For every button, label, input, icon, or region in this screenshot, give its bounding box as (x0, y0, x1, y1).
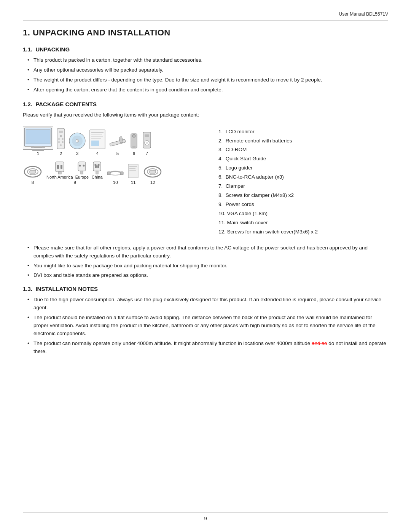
package-contents-area: 1 2 (23, 126, 388, 237)
section-1-2-title: 1.2. PACKAGE CONTENTS (23, 101, 388, 107)
svg-rect-28 (145, 134, 149, 137)
item-num-4: 4 (96, 151, 99, 156)
package-images: 1 2 (23, 126, 206, 185)
strikethrough-text: and so (312, 340, 327, 346)
page: User Manual BDL5571V 1. UNPACKING AND IN… (0, 0, 411, 532)
svg-rect-46 (107, 172, 110, 175)
section-1-2-after-bullets: Please make sure that for all other regi… (27, 244, 388, 280)
package-numbered-list: 1. LCD monitor 2. Remote control with ba… (217, 128, 388, 236)
svg-rect-43 (96, 171, 98, 174)
svg-point-30 (146, 142, 148, 144)
item-num-5: 5 (116, 151, 119, 156)
list-item: 4. Quick Start Guide (217, 155, 388, 163)
list-item: 12. Screws for main switch cover(M3x6) x… (217, 228, 388, 236)
list-item: The product can normally operate only un… (27, 340, 388, 356)
list-item: Due to the high power consumption, alway… (27, 296, 388, 312)
item-num-1: 1 (37, 151, 39, 156)
manual-ref: User Manual BDL5571V (339, 11, 388, 17)
item-num-7: 7 (146, 151, 148, 156)
list-item: 6. BNC-to-RCA adapter (x3) (217, 173, 388, 181)
svg-rect-5 (59, 131, 63, 133)
list-item: 9. Power cords (217, 201, 388, 209)
svg-rect-20 (91, 138, 101, 139)
item-num-2: 2 (60, 151, 62, 156)
footer-rule (23, 513, 388, 513)
list-item: You might like to save the package box a… (27, 262, 388, 270)
item-7-clamper: 7 (142, 131, 152, 156)
svg-point-40 (79, 165, 81, 166)
svg-point-8 (62, 138, 64, 140)
svg-point-7 (58, 138, 60, 140)
images-row1: 1 2 (23, 126, 206, 157)
item-2-remote: 2 (56, 128, 65, 156)
item-8-powercord: 8 (23, 165, 43, 185)
svg-rect-36 (57, 165, 59, 169)
top-rule (23, 21, 388, 21)
item-3-cd: 3 (68, 132, 86, 156)
region-china: China (92, 175, 103, 179)
item-6-bnc: 6 (129, 132, 139, 156)
svg-point-25 (132, 134, 135, 137)
section-1-1-title: 1.1. UNPACKING (23, 46, 388, 53)
item-num-12: 12 (150, 180, 155, 185)
list-item: This product is packed in a carton, toge… (27, 56, 388, 64)
svg-rect-49 (129, 166, 137, 167)
list-item: Please make sure that for all other regi… (27, 244, 388, 260)
section-1-3-bullets: Due to the high power consumption, alway… (27, 296, 388, 355)
item-num-8: 8 (32, 180, 34, 185)
item-1-monitor: 1 (23, 126, 53, 156)
item-9-regions: North America Europe (46, 161, 103, 185)
svg-point-11 (60, 144, 62, 146)
list-item: The weight of the product differs - depe… (27, 76, 388, 84)
section-1-1-bullets: This product is packed in a carton, toge… (27, 56, 388, 94)
images-row2: 8 North America (23, 160, 206, 185)
list-item: 11. Main switch cover (217, 219, 388, 227)
svg-point-6 (60, 135, 62, 137)
footer-page-number: 9 (204, 516, 207, 521)
svg-rect-21 (91, 141, 99, 146)
svg-rect-51 (129, 170, 136, 171)
svg-rect-54 (150, 170, 156, 173)
list-item: 10. VGA cable (1.8m) (217, 210, 388, 218)
svg-rect-3 (31, 147, 45, 148)
svg-rect-38 (78, 162, 86, 171)
list-item: Any other optional accessories will be p… (27, 66, 388, 74)
monitor-drawing (23, 126, 53, 150)
svg-rect-50 (129, 168, 135, 169)
svg-rect-47 (120, 172, 123, 175)
item-11-cover: 11 (127, 163, 139, 185)
item-num-6: 6 (133, 151, 135, 156)
svg-rect-22 (110, 139, 126, 146)
item-12-powercord2: 12 (143, 165, 162, 185)
list-item: The product should be installed on a fla… (27, 314, 388, 338)
list-item: 1. LCD monitor (217, 128, 388, 136)
list-item: After opening the carton, ensure that th… (27, 86, 388, 94)
svg-point-41 (83, 165, 85, 166)
svg-point-10 (62, 141, 64, 143)
item-num-9: 9 (73, 180, 76, 185)
svg-rect-39 (81, 171, 83, 174)
svg-rect-19 (91, 136, 103, 137)
svg-point-15 (76, 140, 78, 142)
chapter-title: 1. UNPACKING AND INSTALLATION (23, 28, 388, 38)
item-4-guide: 4 (89, 129, 106, 156)
svg-point-9 (58, 141, 60, 143)
svg-rect-37 (61, 165, 62, 169)
list-item: 3. CD-ROM (217, 146, 388, 154)
list-item: 7. Clamper (217, 182, 388, 190)
item-num-11: 11 (131, 180, 136, 185)
package-intro: Please verify that you received the foll… (23, 111, 388, 119)
svg-rect-33 (30, 170, 36, 173)
svg-rect-1 (26, 129, 50, 144)
svg-rect-18 (91, 134, 102, 135)
list-item: 5. Logo guider (217, 164, 388, 172)
section-1-3-title: 1.3. INSTALLATION NOTES (23, 286, 388, 292)
svg-rect-26 (132, 146, 135, 148)
header: User Manual BDL5571V (23, 11, 388, 17)
svg-rect-34 (56, 162, 64, 172)
list-item: DVI box and table stands are prepared as… (27, 272, 388, 280)
svg-rect-35 (58, 172, 61, 174)
region-north-america: North America (46, 175, 73, 179)
svg-rect-17 (91, 132, 104, 133)
package-list: 1. LCD monitor 2. Remote control with ba… (217, 126, 388, 237)
